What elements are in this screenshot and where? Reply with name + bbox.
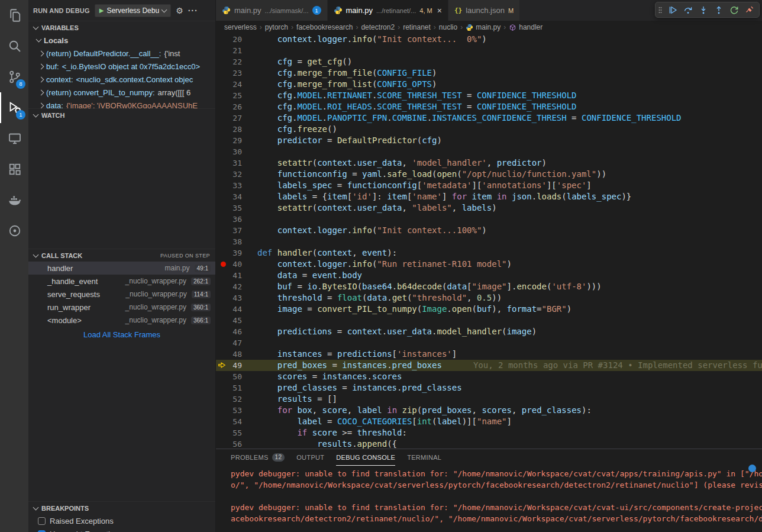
call-stack-frame[interactable]: serve_requests_nuclio_wrapper.py114:1 — [28, 288, 215, 301]
call-stack-header[interactable]: CALL STACK PAUSED ON STEP — [28, 249, 215, 262]
code-line[interactable]: 43 threshold = float(data.get("threshold… — [216, 292, 762, 304]
panel-action-badge[interactable] — [748, 465, 756, 472]
breadcrumb-item[interactable]: facebookresearch — [296, 23, 353, 31]
gutter[interactable]: 48 — [216, 349, 257, 360]
line-number[interactable]: 46 — [233, 326, 242, 337]
tab-main-siammask[interactable]: main.py.../siammask/...1 — [216, 0, 328, 21]
checkbox[interactable] — [38, 517, 46, 525]
code-line[interactable]: 56 results.append({ — [216, 439, 762, 449]
line-number[interactable]: 42 — [233, 281, 242, 292]
gutter[interactable]: 36 — [216, 214, 257, 225]
line-number[interactable]: 53 — [233, 405, 242, 416]
breadcrumb-item[interactable]: main.py — [466, 23, 501, 31]
restart-button[interactable] — [727, 4, 741, 17]
code-line[interactable]: 53 for box, score, label in zip(pred_box… — [216, 405, 762, 416]
activity-docker[interactable] — [0, 185, 28, 215]
code-line[interactable]: 25 cfg.MODEL.RETINANET.SCORE_THRESH_TEST… — [216, 90, 762, 101]
checkbox[interactable]: ✓ — [38, 530, 46, 532]
code-line[interactable]: 21 — [216, 45, 762, 56]
breakpoint-icon[interactable] — [221, 262, 226, 267]
gutter[interactable]: 22 — [216, 56, 257, 67]
code-line[interactable]: 52 results = [] — [216, 394, 762, 405]
gear-icon[interactable]: ⚙ — [176, 6, 183, 15]
load-all-stack-frames-link[interactable]: Load All Stack Frames — [28, 327, 215, 342]
scope-locals[interactable]: Locals — [28, 34, 215, 47]
gutter[interactable]: 46 — [216, 326, 257, 337]
panel-tab-terminal[interactable]: TERMINAL — [407, 449, 441, 466]
code-line[interactable]: 29 predictor = DefaultPredictor(cfg) — [216, 135, 762, 146]
code-line[interactable]: 23 cfg.merge_from_file(CONFIG_FILE) — [216, 67, 762, 79]
code-line[interactable]: 28 cfg.freeze() — [216, 124, 762, 135]
line-number[interactable]: 37 — [233, 225, 242, 236]
gutter[interactable]: 26 — [216, 101, 257, 112]
continue-button[interactable] — [666, 4, 680, 17]
activity-source-control[interactable]: 8 — [0, 62, 28, 92]
code-line[interactable]: 36 — [216, 214, 762, 225]
code-line[interactable]: 44 image = convert_PIL_to_numpy(Image.op… — [216, 304, 762, 315]
line-number[interactable]: 44 — [233, 304, 242, 315]
line-number[interactable]: 21 — [233, 45, 242, 56]
start-debug-icon[interactable]: ▶ — [99, 7, 104, 14]
gutter[interactable]: 27 — [216, 112, 257, 124]
chevron-right-icon[interactable] — [38, 89, 44, 95]
gutter[interactable]: 30 — [216, 146, 257, 157]
line-number[interactable]: 22 — [233, 56, 242, 67]
code-line[interactable]: 33 labels_spec = functionconfig['metadat… — [216, 180, 762, 191]
gutter[interactable]: 21 — [216, 45, 257, 56]
drag-handle-icon[interactable] — [658, 5, 664, 15]
code-line[interactable]: 54 label = COCO_CATEGORIES[int(label)]["… — [216, 416, 762, 427]
gutter[interactable]: 40 — [216, 259, 257, 270]
breadcrumb-item[interactable]: nuclio — [439, 23, 457, 31]
call-stack-frame[interactable]: run_wrapper_nuclio_wrapper.py360:1 — [28, 301, 215, 314]
line-number[interactable]: 27 — [233, 112, 242, 124]
line-number[interactable]: 56 — [233, 439, 242, 449]
code-line[interactable]: 35 setattr(context.user_data, "labels", … — [216, 202, 762, 214]
line-number[interactable]: 25 — [233, 90, 242, 101]
line-number[interactable]: 38 — [233, 236, 242, 247]
code-line[interactable]: 32 functionconfig = yaml.safe_load(open(… — [216, 169, 762, 180]
gutter[interactable]: 24 — [216, 79, 257, 90]
breadcrumb-item[interactable]: pytorch — [265, 23, 288, 31]
code-line[interactable]: 37 context.logger.info("Init context...1… — [216, 225, 762, 236]
breadcrumb-item[interactable]: detectron2 — [361, 23, 395, 31]
variable-row[interactable]: data:{'image': 'iVBORw0KGgoAAAANSUhE — [28, 99, 215, 108]
line-number[interactable]: 51 — [233, 382, 242, 394]
gutter[interactable]: 47 — [216, 337, 257, 349]
call-stack-frame[interactable]: handlermain.py49:1 — [28, 262, 215, 275]
code-line[interactable]: 39def handler(context, event): — [216, 247, 762, 259]
gutter[interactable]: 52 — [216, 394, 257, 405]
breakpoint-row[interactable]: ✓Uncaught Exceptions — [28, 527, 215, 532]
line-number[interactable]: 28 — [233, 124, 242, 135]
code-line[interactable]: 30 — [216, 146, 762, 157]
breakpoints-header[interactable]: BREAKPOINTS — [28, 501, 215, 514]
tab-launch-json[interactable]: {}launch.jsonM — [448, 0, 520, 21]
gutter[interactable]: 55 — [216, 427, 257, 439]
breadcrumb-item[interactable]: retinanet — [403, 23, 431, 31]
activity-circle[interactable] — [0, 215, 28, 246]
line-number[interactable]: 29 — [233, 135, 242, 146]
gutter[interactable]: 29 — [216, 135, 257, 146]
line-number[interactable]: 43 — [233, 292, 242, 304]
gutter[interactable]: 54 — [216, 416, 257, 427]
line-number[interactable]: 47 — [233, 337, 242, 349]
line-number[interactable]: 32 — [233, 169, 242, 180]
step-into-button[interactable] — [696, 4, 711, 17]
chevron-right-icon[interactable] — [38, 63, 44, 69]
gutter[interactable]: 50 — [216, 371, 257, 382]
gutter[interactable]: 33 — [216, 180, 257, 191]
call-stack-frame[interactable]: _handle_event_nuclio_wrapper.py262:1 — [28, 275, 215, 288]
gutter[interactable]: 35 — [216, 202, 257, 214]
gutter[interactable]: 51 — [216, 382, 257, 394]
code-line[interactable]: 27 cfg.MODEL.PANOPTIC_FPN.COMBINE.INSTAN… — [216, 112, 762, 124]
panel-tab-output[interactable]: OUTPUT — [296, 449, 324, 466]
line-number[interactable]: 48 — [233, 349, 242, 360]
variable-row[interactable]: (return) DefaultPredictor.__call__:{'ins… — [28, 47, 215, 60]
gutter[interactable]: 49 — [216, 360, 257, 371]
step-over-button[interactable] — [681, 4, 695, 17]
code-line[interactable]: 24 cfg.merge_from_list(CONFIG_OPTS) — [216, 79, 762, 90]
line-number[interactable]: 54 — [233, 416, 242, 427]
line-number[interactable]: 36 — [233, 214, 242, 225]
code-line[interactable]: 26 cfg.MODEL.ROI_HEADS.SCORE_THRESH_TEST… — [216, 101, 762, 112]
breakpoint-row[interactable]: Raised Exceptions — [28, 514, 215, 527]
variable-row[interactable]: (return) convert_PIL_to_numpy:array([[[ … — [28, 86, 215, 99]
